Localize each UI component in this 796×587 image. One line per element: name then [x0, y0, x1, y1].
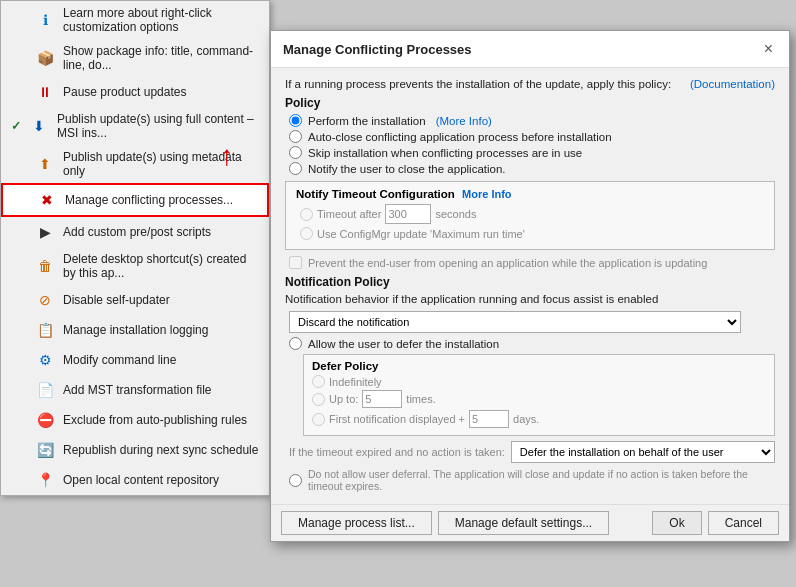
dialog-description: If a running process prevents the instal…: [285, 78, 775, 90]
footer-left: Manage process list... Manage default se…: [281, 511, 609, 535]
timeout-value-input[interactable]: [385, 204, 431, 224]
menu-item-learn-more[interactable]: ℹLearn more about right-click customizat…: [1, 1, 269, 39]
defer-indefinitely-label: Indefinitely: [329, 376, 382, 388]
defer-firstnotif-unit: days.: [513, 413, 539, 425]
defer-indefinitely-radio[interactable]: [312, 375, 325, 388]
menu-item-modify-cmd[interactable]: ⚙Modify command line: [1, 345, 269, 375]
manage-conflicting-dialog: Manage Conflicting Processes × If a runn…: [270, 30, 790, 542]
defer-upto-row: Up to: times.: [312, 390, 766, 408]
defer-upto-label: Up to:: [329, 393, 358, 405]
documentation-link[interactable]: (Documentation): [690, 78, 775, 90]
notif-policy-header: Notification Policy: [285, 275, 775, 289]
menu-item-pause-updates[interactable]: ⏸Pause product updates: [1, 77, 269, 107]
menu-item-republish[interactable]: 🔄Republish during next sync schedule: [1, 435, 269, 465]
defer-upto-input[interactable]: [362, 390, 402, 408]
policy-option-notify: Notify the user to close the application…: [285, 162, 775, 175]
menu-icon-open-local: 📍: [35, 470, 55, 490]
defer-indefinitely-row: Indefinitely: [312, 375, 766, 388]
defer-upto-radio[interactable]: [312, 393, 325, 406]
defer-firstnotif-row: First notification displayed + days.: [312, 410, 766, 428]
arrow-indicator: ↑: [220, 140, 234, 172]
prevent-checkbox[interactable]: [289, 256, 302, 269]
notif-policy-dropdown[interactable]: Discard the notification Show the notifi…: [289, 311, 741, 333]
policy-option-perform: Perform the installation (More Info): [285, 114, 775, 127]
policy-radio-skip[interactable]: [289, 146, 302, 159]
menu-label-exclude-auto: Exclude from auto-publishing rules: [63, 413, 247, 427]
no-deferral-radio[interactable]: [289, 474, 302, 487]
notif-policy-dropdown-row: Discard the notification Show the notifi…: [285, 311, 775, 333]
policy-option-autoclose: Auto-close conflicting application proce…: [285, 130, 775, 143]
menu-label-republish: Republish during next sync schedule: [63, 443, 258, 457]
menu-icon-add-mst: 📄: [35, 380, 55, 400]
dialog-title: Manage Conflicting Processes: [283, 42, 472, 57]
allow-defer-row: Allow the user to defer the installation: [285, 337, 775, 350]
notify-more-info-link[interactable]: More Info: [462, 188, 512, 200]
timeout-action-dropdown[interactable]: Defer the installation on behalf of the …: [511, 441, 775, 463]
menu-item-exclude-auto[interactable]: ⛔Exclude from auto-publishing rules: [1, 405, 269, 435]
defer-firstnotif-radio[interactable]: [312, 413, 325, 426]
configmgr-label: Use ConfigMgr update 'Maximum run time': [317, 228, 525, 240]
menu-icon-disable-updater: ⊘: [35, 290, 55, 310]
menu-icon-pause-updates: ⏸: [35, 82, 55, 102]
policy-radio-autoclose[interactable]: [289, 130, 302, 143]
timeout-radio[interactable]: [300, 208, 313, 221]
notify-timeout-header: Notify Timeout Configuration More Info: [296, 188, 764, 200]
policy-radio-perform[interactable]: [289, 114, 302, 127]
menu-icon-learn-more: ℹ: [35, 10, 55, 30]
menu-item-manage-conflicting[interactable]: ✖Manage conflicting processes...: [1, 183, 269, 217]
menu-item-add-mst[interactable]: 📄Add MST transformation file: [1, 375, 269, 405]
policy-label-autoclose: Auto-close conflicting application proce…: [308, 131, 612, 143]
menu-item-add-scripts[interactable]: ▶Add custom pre/post scripts: [1, 217, 269, 247]
defer-firstnotif-input[interactable]: [469, 410, 509, 428]
dialog-close-button[interactable]: ×: [760, 39, 777, 59]
policy-label-perform: Perform the installation: [308, 115, 426, 127]
menu-item-manage-logging[interactable]: 📋Manage installation logging: [1, 315, 269, 345]
timeout-row: Timeout after seconds: [296, 204, 764, 224]
more-info-link[interactable]: (More Info): [436, 115, 492, 127]
defer-firstnotif-label: First notification displayed +: [329, 413, 465, 425]
allow-defer-label: Allow the user to defer the installation: [308, 338, 499, 350]
dialog-body: If a running process prevents the instal…: [271, 68, 789, 504]
timeout-label: Timeout after: [317, 208, 381, 220]
notify-timeout-title-text: Notify Timeout Configuration: [296, 188, 455, 200]
menu-item-show-package-info[interactable]: 📦Show package info: title, command-line,…: [1, 39, 269, 77]
desc-text: If a running process prevents the instal…: [285, 78, 671, 90]
timeout-action-label: If the timeout expired and no action is …: [289, 446, 505, 458]
menu-label-publish-full: Publish update(s) using full content – M…: [57, 112, 259, 140]
ok-button[interactable]: Ok: [652, 511, 701, 535]
menu-icon-publish-meta: ⬆: [35, 154, 55, 174]
policy-option-skip: Skip installation when conflicting proce…: [285, 146, 775, 159]
menu-item-open-local[interactable]: 📍Open local content repository: [1, 465, 269, 495]
menu-icon-add-scripts: ▶: [35, 222, 55, 242]
allow-defer-radio[interactable]: [289, 337, 302, 350]
menu-label-manage-logging: Manage installation logging: [63, 323, 208, 337]
cancel-button[interactable]: Cancel: [708, 511, 779, 535]
menu-icon-modify-cmd: ⚙: [35, 350, 55, 370]
menu-label-disable-updater: Disable self-updater: [63, 293, 170, 307]
menu-label-delete-shortcut: Delete desktop shortcut(s) created by th…: [63, 252, 259, 280]
timeout-unit: seconds: [435, 208, 476, 220]
no-deferral-label: Do not allow user deferral. The applicat…: [308, 468, 775, 492]
configmgr-radio[interactable]: [300, 227, 313, 240]
policy-radio-notify[interactable]: [289, 162, 302, 175]
menu-item-delete-shortcut[interactable]: 🗑Delete desktop shortcut(s) created by t…: [1, 247, 269, 285]
menu-icon-show-package-info: 📦: [35, 48, 55, 68]
context-menu: ℹLearn more about right-click customizat…: [0, 0, 270, 496]
menu-label-manage-conflicting: Manage conflicting processes...: [65, 193, 233, 207]
menu-icon-exclude-auto: ⛔: [35, 410, 55, 430]
defer-upto-unit: times.: [406, 393, 435, 405]
policy-label-skip: Skip installation when conflicting proce…: [308, 147, 582, 159]
menu-label-show-package-info: Show package info: title, command-line, …: [63, 44, 259, 72]
manage-default-settings-button[interactable]: Manage default settings...: [438, 511, 609, 535]
timeout-action-row: If the timeout expired and no action is …: [285, 441, 775, 463]
manage-process-list-button[interactable]: Manage process list...: [281, 511, 432, 535]
defer-policy-header: Defer Policy: [312, 360, 766, 372]
menu-item-disable-updater[interactable]: ⊘Disable self-updater: [1, 285, 269, 315]
menu-label-open-local: Open local content repository: [63, 473, 219, 487]
configmgr-row: Use ConfigMgr update 'Maximum run time': [296, 227, 764, 240]
menu-icon-delete-shortcut: 🗑: [35, 256, 55, 276]
menu-label-pause-updates: Pause product updates: [63, 85, 186, 99]
dialog-footer: Manage process list... Manage default se…: [271, 504, 789, 541]
prevent-label: Prevent the end-user from opening an app…: [308, 257, 707, 269]
menu-icon-manage-conflicting: ✖: [37, 190, 57, 210]
